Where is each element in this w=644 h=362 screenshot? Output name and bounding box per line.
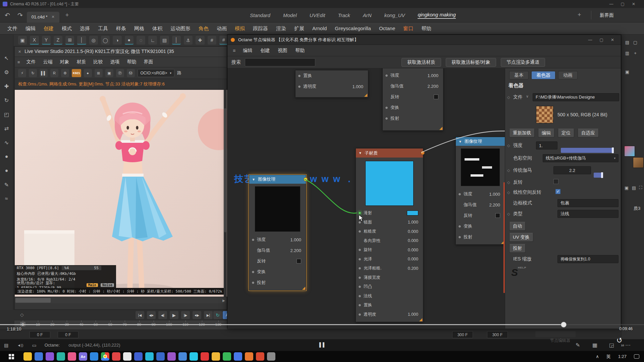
node-graph-canvas[interactable]: 技艺 w w w ． j y 3 d ． c n 置换 (227, 68, 505, 328)
window-dock-icon[interactable]: ▢ (632, 39, 639, 46)
node-row[interactable]: 各向异性 0.000 (356, 236, 423, 246)
keyboard-icon[interactable]: ▦ (592, 342, 597, 348)
projection-action-button[interactable]: 自动 (509, 222, 526, 231)
node-row-value[interactable]: 0.000 (408, 248, 418, 252)
lock-icon[interactable]: ▣ (623, 184, 630, 191)
menu-item[interactable]: 工具 (94, 22, 112, 35)
node-row[interactable]: 凹凸 (356, 282, 423, 292)
node-row[interactable]: 强度 1.000 (456, 189, 505, 199)
menu-item[interactable]: 跟踪器 (249, 22, 272, 35)
x-axis-lock-icon[interactable]: X (30, 36, 39, 45)
global-local-icon[interactable]: ◯ (101, 36, 110, 45)
input-port[interactable] (358, 248, 361, 251)
viewport-mode-icon[interactable]: ◑ (113, 36, 121, 45)
node-resize-icon[interactable]: ◢ (302, 286, 305, 290)
menu-item[interactable]: 创建 (40, 22, 58, 35)
goto-end-button[interactable]: ▶| (204, 311, 213, 319)
spline-tool-icon[interactable]: ≈ (2, 194, 11, 203)
node-row[interactable]: 漫射 (356, 208, 423, 218)
pause-playback-icon[interactable]: ▌▌ (319, 342, 326, 347)
document-tab[interactable]: 01.c4d * ✕ (27, 12, 59, 22)
layout-tab[interactable]: Track (338, 12, 350, 18)
layout-tab[interactable]: kong_UV (384, 12, 405, 18)
colorspace-dropdown[interactable]: 线性sRGB+传统伽马 ▾ (543, 154, 619, 162)
material-preview[interactable] (365, 161, 414, 206)
node-editor-menu-item[interactable]: 编辑 (239, 48, 256, 54)
mirror-tool-icon[interactable]: ⇄ (2, 124, 11, 133)
live-viewer-menu-item[interactable]: 文件 (23, 59, 40, 65)
anim-dot-icon[interactable]: ◇ (507, 190, 510, 195)
node-row[interactable]: 光泽 0.000 (356, 255, 423, 264)
node-row-value[interactable]: 2.200 (489, 202, 500, 207)
texture-action-button[interactable]: 重新加载 (509, 129, 535, 137)
menu-item[interactable]: 文件 (3, 22, 21, 35)
node-row-value[interactable]: 0.000 (408, 229, 418, 234)
layout-tab[interactable]: ArN (363, 12, 372, 18)
app-icon-teal[interactable] (57, 352, 65, 361)
attribute-tab[interactable]: 着色器 (531, 71, 555, 79)
node-row-value[interactable]: 1.000 (408, 312, 418, 317)
node-fragment-displacement[interactable]: 置换 透明度 1.000 ◢ (295, 70, 368, 98)
app-icon-ae[interactable]: Ae (79, 352, 87, 361)
monitor-icon[interactable]: ▭ (32, 343, 36, 348)
texture-thumbnail[interactable] (536, 106, 553, 123)
anchor-icon[interactable]: ⚓ (184, 36, 193, 45)
node-row-value[interactable]: 1.000 (408, 220, 418, 225)
maximize-icon[interactable]: ▢ (621, 2, 625, 6)
shrink-icon[interactable]: ◲ (609, 342, 614, 348)
app-icon-sky[interactable] (190, 352, 198, 361)
menu-item[interactable]: 渲染 (272, 22, 290, 35)
node-row-checkbox[interactable] (434, 95, 438, 99)
collapse-triangle-icon[interactable]: ▼ (459, 140, 462, 143)
input-port[interactable] (252, 270, 255, 274)
scrollbar-thumb[interactable] (15, 298, 51, 303)
node-row[interactable]: 光泽粗糙. 0.200 (356, 264, 423, 273)
k921-badge[interactable]: K921 (72, 69, 81, 77)
menu-item[interactable]: 帮助 (417, 22, 435, 35)
render-settings-icon[interactable]: ⚙ (61, 69, 69, 77)
loop-playback-button[interactable]: ↻ (213, 311, 222, 319)
range-start-field[interactable]: 0 F (30, 331, 50, 338)
live-viewer-menu-item[interactable]: 帮助 (123, 59, 140, 65)
node-editor-title-bar[interactable]: Octane 节点编辑器 【汉化不易 免费分享 作者标识 相互理解】 — ▢ ✕ (227, 35, 621, 45)
add-object-icon[interactable]: ⊞ (95, 69, 103, 77)
workplane-icon[interactable]: ⊞ (65, 36, 74, 45)
layer-manager-icon[interactable]: ▤ (624, 39, 631, 46)
app-icon-green[interactable] (223, 352, 231, 361)
node-editor-menu-item[interactable]: 视图 (274, 48, 291, 54)
menu-item[interactable]: Octane (375, 22, 399, 35)
node-row[interactable]: 镜面 1.000 (356, 218, 423, 227)
app-icon-amber[interactable] (212, 352, 220, 361)
live-viewer-menu-item[interactable]: 界面 (140, 59, 157, 65)
node-editor-menu-item[interactable]: 创建 (256, 48, 274, 54)
node-resize-icon[interactable]: ◢ (364, 93, 367, 97)
linear-invert-checkbox[interactable]: ✓ (555, 189, 560, 194)
node-row[interactable]: 伽马值 2.200 (249, 245, 306, 256)
layout-tab[interactable]: qingkong making (418, 12, 455, 19)
prev-frame-button[interactable]: ◀| (158, 311, 167, 319)
node-resize-icon[interactable]: ◢ (439, 126, 442, 130)
anim-dot-icon[interactable]: ◇ (507, 143, 510, 148)
node-row[interactable]: 强度 1.000 (249, 234, 306, 245)
material-thumbnail[interactable] (633, 157, 644, 168)
anim-dot-icon[interactable]: ◇ (507, 180, 510, 185)
layers-icon[interactable]: ▤ (160, 36, 169, 45)
app-icon-white[interactable] (123, 352, 131, 361)
range-end-field[interactable]: 300 F (452, 331, 473, 338)
node-header[interactable]: ▼ 图像纹理 (249, 175, 306, 184)
redo-icon[interactable]: ↷ (17, 11, 23, 19)
snap-sphere-icon[interactable]: ◌ (137, 36, 145, 45)
layout-tab[interactable]: UVEdit (310, 12, 325, 18)
node-row[interactable]: 反转 (249, 256, 306, 266)
settings-tool-icon[interactable]: ⚙ (2, 67, 11, 77)
current-frame-field[interactable]: 0 F (58, 331, 78, 338)
close-icon[interactable]: ✕ (632, 2, 635, 6)
texture-action-button[interactable]: 自适应 (578, 129, 599, 137)
menu-item[interactable]: 网格 (130, 22, 148, 35)
texture-action-button[interactable]: 编辑 (538, 129, 554, 137)
invert-checkbox[interactable] (553, 179, 558, 184)
start-button[interactable] (9, 354, 14, 359)
projection-action-button[interactable]: 投射 (509, 244, 526, 253)
node-row-value[interactable]: 0.000 (408, 238, 418, 243)
app-icon-navy[interactable] (156, 352, 165, 361)
